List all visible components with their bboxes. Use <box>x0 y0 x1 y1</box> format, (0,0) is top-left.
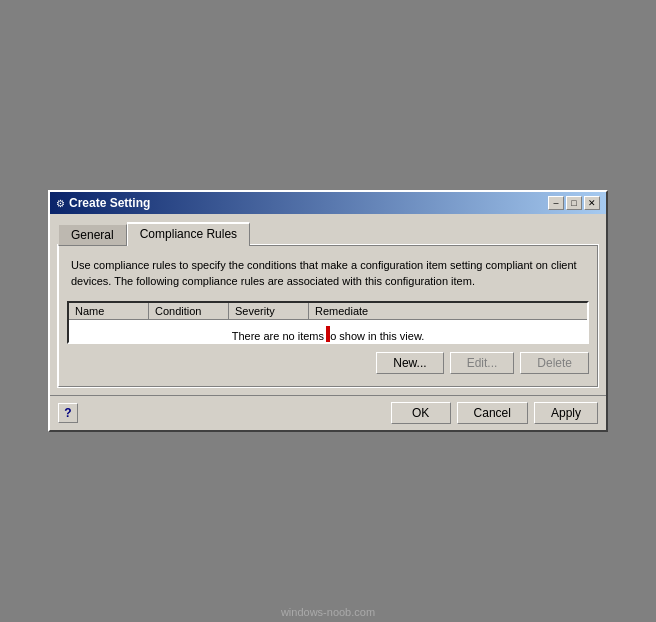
cancel-button[interactable]: Cancel <box>457 402 528 424</box>
action-buttons: New... Edit... Delete <box>67 352 589 374</box>
list-header: Name Condition Severity Remediate <box>69 303 587 320</box>
bottom-bar: ? OK Cancel Apply <box>50 395 606 430</box>
title-bar: ⚙ Create Setting – □ ✕ <box>50 192 606 214</box>
description-box: Use compliance rules to specify the cond… <box>67 254 589 293</box>
col-remediate: Remediate <box>309 303 587 319</box>
footer-buttons: OK Cancel Apply <box>391 402 598 424</box>
new-button[interactable]: New... <box>376 352 443 374</box>
maximize-button[interactable]: □ <box>566 196 582 210</box>
minimize-button[interactable]: – <box>548 196 564 210</box>
edit-button[interactable]: Edit... <box>450 352 515 374</box>
apply-button[interactable]: Apply <box>534 402 598 424</box>
create-setting-window: ⚙ Create Setting – □ ✕ General Complianc… <box>48 190 608 432</box>
list-content: There are no items to show in this view. <box>69 320 587 342</box>
window-title: Create Setting <box>69 196 150 210</box>
close-button[interactable]: ✕ <box>584 196 600 210</box>
col-condition: Condition <box>149 303 229 319</box>
window-content: General Compliance Rules Use compliance … <box>50 214 606 395</box>
watermark: windows-noob.com <box>281 606 375 618</box>
col-name: Name <box>69 303 149 319</box>
delete-button[interactable]: Delete <box>520 352 589 374</box>
tab-panel: Use compliance rules to specify the cond… <box>58 245 598 387</box>
title-bar-buttons: – □ ✕ <box>548 196 600 210</box>
tab-compliance-label: Compliance Rules <box>140 227 237 241</box>
tab-general-label: General <box>71 228 114 242</box>
description-text: Use compliance rules to specify the cond… <box>71 259 577 286</box>
ok-button[interactable]: OK <box>391 402 451 424</box>
col-severity: Severity <box>229 303 309 319</box>
tab-compliance[interactable]: Compliance Rules <box>127 222 250 246</box>
window-icon: ⚙ <box>56 198 65 209</box>
compliance-rules-list: Name Condition Severity Remediate There … <box>67 301 589 344</box>
tab-general[interactable]: General <box>58 224 127 245</box>
red-arrow-indicator <box>298 326 358 343</box>
tabs-row: General Compliance Rules <box>58 222 598 245</box>
help-button[interactable]: ? <box>58 403 78 423</box>
title-bar-left: ⚙ Create Setting <box>56 196 150 210</box>
